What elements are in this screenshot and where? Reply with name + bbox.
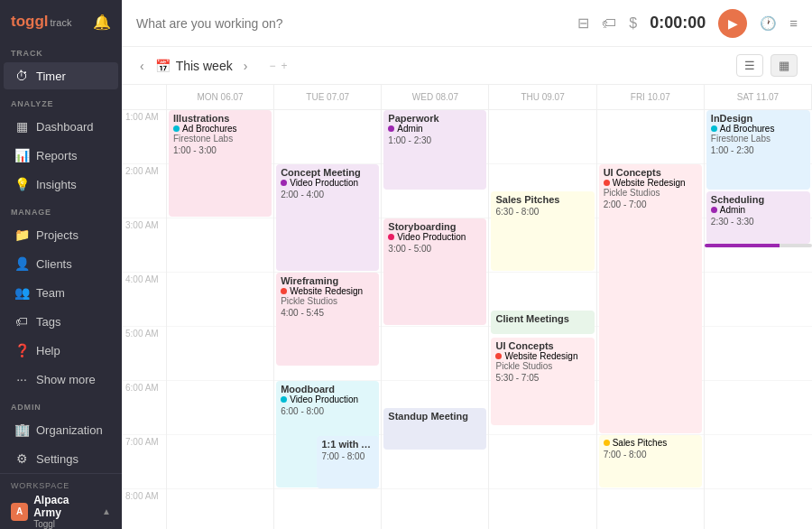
sidebar-item-dashboard[interactable]: ▦ Dashboard [4,113,118,140]
dot-icon [173,125,180,132]
event-storyboarding[interactable]: Storyboarding Video Production 3:00 - 5:… [383,218,486,325]
sidebar-item-settings[interactable]: ⚙ Settings [4,445,118,472]
team-icon: 👥 [14,285,29,300]
manage-section-label: MANAGE [0,199,122,220]
track-section-label: TRACK [0,40,122,61]
header: ⊟ 🏷 $ 0:00:00 ▶ 🕐 ≡ [122,0,812,47]
sidebar-item-projects[interactable]: 📁 Projects [4,221,118,248]
event-illustrations[interactable]: Illustrations Ad Brochures Firestone Lab… [169,110,272,217]
admin-section-label: ADMIN [0,394,122,415]
sidebar-item-help[interactable]: ❓ Help [4,337,118,364]
workspace-chevron-icon: ▲ [102,506,111,516]
day-header-thu: THU 09.07 [489,85,596,109]
time-4am: 4:00 AM [122,273,166,327]
event-scheduling[interactable]: Scheduling Admin 2:30 - 3:30 [706,191,810,244]
next-week-button[interactable]: › [240,57,252,75]
view-controls: ☰ ▦ [736,54,798,77]
time-col-spacer [122,85,167,109]
help-icon: ❓ [14,343,29,357]
dot-icon [281,288,287,294]
sidebar-item-reports[interactable]: 📊 Reports [4,142,118,169]
day-header-mon: MON 06.07 [167,85,274,109]
calendar-icon: 📅 [155,59,171,73]
folder-icon[interactable]: ⊟ [577,14,589,32]
header-icons: ⊟ 🏷 $ 0:00:00 ▶ 🕐 ≡ [577,9,798,38]
mon-8am[interactable] [167,489,273,529]
workspace-section: WORKSPACE A Alpaca Army Toggl ▲ [0,473,122,529]
logo: toggl track 🔔 [0,0,122,40]
reports-icon: 📊 [14,148,29,162]
dashboard-icon: ▦ [14,119,29,134]
organization-icon: 🏢 [14,422,29,437]
projects-icon: 📁 [14,227,29,242]
timer-display: 0:00:00 [650,14,706,32]
event-1on1-alfred[interactable]: 1:1 with Alfred 7:00 - 8:00 [317,436,379,488]
sidebar-item-timer[interactable]: ⏱ Timer [4,62,118,89]
mon-5am[interactable] [167,327,273,381]
sidebar-item-team[interactable]: 👥 Team [4,279,118,306]
sidebar-item-insights[interactable]: 💡 Insights [4,171,118,198]
week-label: 📅 This week [155,59,233,73]
day-col-thu[interactable]: Sales Pitches 6:30 - 8:00 Client Meeting… [489,110,596,529]
event-client-meetings[interactable]: Client Meetings [491,311,594,334]
collapse-button[interactable]: − [269,60,275,72]
day-col-tue[interactable]: Concept Meeting Video Production 2:00 - … [274,110,382,529]
event-wireframing[interactable]: Wireframing Website Redesign Pickle Stud… [276,273,379,366]
day-header-sat: SAT 11.07 [705,85,812,109]
clients-icon: 👤 [14,256,29,271]
event-indesign[interactable]: InDesign Ad Brochures Firestone Labs 1:0… [706,110,810,190]
time-1am: 1:00 AM [122,110,166,164]
time-column: 1:00 AM 2:00 AM 3:00 AM 4:00 AM 5:00 AM … [122,110,167,529]
mon-7am[interactable] [167,435,273,489]
expand-button[interactable]: + [281,60,287,72]
day-col-wed[interactable]: Paperwork Admin 1:00 - 2:30 Storyboardin… [382,110,489,529]
sidebar-item-clients[interactable]: 👤 Clients [4,250,118,277]
tag-icon[interactable]: 🏷 [602,15,616,32]
timer-icon: ⏱ [14,69,29,83]
resize-handle[interactable] [705,244,812,247]
list-view-button[interactable]: ☰ [736,54,763,77]
event-ui-concepts-thu[interactable]: UI Concepts Website Redesign Pickle Stud… [491,338,594,425]
mon-3am[interactable] [167,218,273,273]
calendar-container[interactable]: MON 06.07 TUE 07.07 WED 08.07 THU 09.07 … [122,85,812,529]
dot-icon [388,125,394,132]
dot-icon [495,353,502,359]
event-sales-pitches-thu[interactable]: Sales Pitches 6:30 - 8:00 [491,191,594,271]
dot-icon [281,396,287,403]
event-sales-pitches-fri[interactable]: Sales Pitches 7:00 - 8:00 [599,435,702,487]
prev-week-button[interactable]: ‹ [136,57,148,75]
event-concept-meeting[interactable]: Concept Meeting Video Production 2:00 - … [276,164,379,271]
day-col-sat[interactable]: InDesign Ad Brochures Firestone Labs 1:0… [705,110,812,529]
event-ui-concepts-fri[interactable]: UI Concepts Website Redesign Pickle Stud… [599,164,702,433]
time-entry-input[interactable] [136,16,567,31]
bell-icon[interactable]: 🔔 [93,14,111,31]
mon-4am[interactable] [167,273,273,327]
main-content: ⊟ 🏷 $ 0:00:00 ▶ 🕐 ≡ ‹ 📅 This week › − + … [122,0,812,529]
day-col-fri[interactable]: UI Concepts Website Redesign Pickle Stud… [597,110,705,529]
dollar-icon[interactable]: $ [629,15,637,32]
time-3am: 3:00 AM [122,218,166,273]
dot-icon [604,440,610,446]
time-5am: 5:00 AM [122,327,166,381]
mon-6am[interactable] [167,381,273,435]
day-header-fri: FRI 10.07 [597,85,705,109]
calendar-grid: 1:00 AM 2:00 AM 3:00 AM 4:00 AM 5:00 AM … [122,110,812,529]
play-button[interactable]: ▶ [718,9,747,38]
event-standup[interactable]: Standup Meeting [383,408,486,450]
dot-icon [711,125,717,132]
sidebar: toggl track 🔔 TRACK ⏱ Timer ANALYZE ▦ Da… [0,0,122,529]
menu-icon[interactable]: ≡ [789,15,798,31]
day-col-mon[interactable]: Illustrations Ad Brochures Firestone Lab… [167,110,274,529]
workspace-icon: A [11,503,28,521]
workspace-row[interactable]: A Alpaca Army Toggl ▲ [11,494,111,529]
sidebar-item-organization[interactable]: 🏢 Organization [4,416,118,443]
calendar-view-button[interactable]: ▦ [770,54,798,77]
day-header-row: MON 06.07 TUE 07.07 WED 08.07 THU 09.07 … [122,85,812,110]
sidebar-item-tags[interactable]: 🏷 Tags [4,308,118,335]
sidebar-item-show-more[interactable]: ··· Show more [4,366,118,393]
insights-icon: 💡 [14,177,29,191]
dot-icon [388,234,394,240]
workspace-label: WORKSPACE [11,481,111,490]
time-6am: 6:00 AM [122,381,166,435]
event-paperwork[interactable]: Paperwork Admin 1:00 - 2:30 [383,110,486,190]
